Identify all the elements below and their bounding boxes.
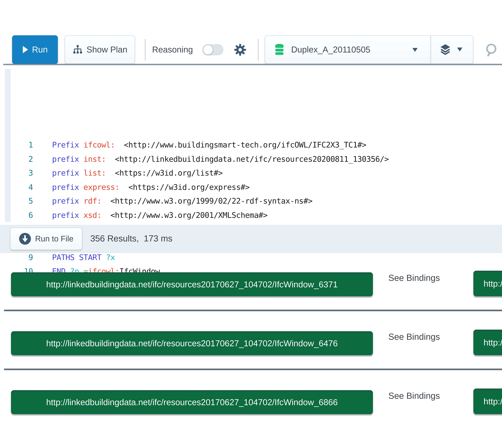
app-root: Run Show Plan Reasoning xyxy=(0,0,502,448)
result-row: http://linkedbuildingdata.net/ifc/resour… xyxy=(0,329,502,356)
result-start-uri: http://linkedbuildingdata.net/ifc/resour… xyxy=(46,397,338,407)
result-end-uri: http://www.buildingsmart-tech.o xyxy=(484,279,502,288)
see-bindings-link[interactable]: See Bindings xyxy=(388,271,440,285)
row-divider xyxy=(4,310,502,311)
result-start-uri-pill[interactable]: http://linkedbuildingdata.net/ifc/resour… xyxy=(11,390,373,414)
results-list: http://linkedbuildingdata.net/ifc/resour… xyxy=(0,0,502,448)
result-start-uri: http://linkedbuildingdata.net/ifc/resour… xyxy=(46,279,338,289)
result-end-uri-pill[interactable]: http://www.buildingsmart-tech.o xyxy=(473,330,502,355)
result-start-uri-pill[interactable]: http://linkedbuildingdata.net/ifc/resour… xyxy=(11,331,373,355)
result-end-uri: http://www.buildingsmart-tech.o xyxy=(484,396,502,406)
see-bindings-link[interactable]: See Bindings xyxy=(388,389,440,403)
result-row: http://linkedbuildingdata.net/ifc/resour… xyxy=(0,388,502,415)
result-end-uri: http://www.buildingsmart-tech.o xyxy=(484,337,502,347)
see-bindings-link[interactable]: See Bindings xyxy=(388,330,440,344)
result-start-uri-pill[interactable]: http://linkedbuildingdata.net/ifc/resour… xyxy=(11,272,373,296)
result-row: http://linkedbuildingdata.net/ifc/resour… xyxy=(0,270,502,297)
result-end-uri-pill[interactable]: http://www.buildingsmart-tech.o xyxy=(473,271,502,296)
result-start-uri: http://linkedbuildingdata.net/ifc/resour… xyxy=(46,338,338,348)
result-end-uri-pill[interactable]: http://www.buildingsmart-tech.o xyxy=(473,388,502,414)
row-divider xyxy=(4,369,502,370)
